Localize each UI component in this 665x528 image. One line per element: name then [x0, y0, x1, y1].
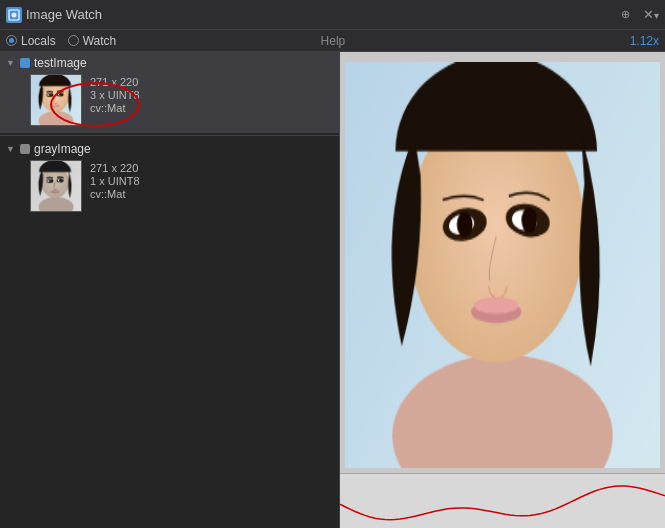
- app-icon: [6, 7, 22, 23]
- watch-radio[interactable]: Watch: [68, 34, 117, 48]
- item-content: 271 x 220 1 x UINT8 cv::Mat: [6, 160, 333, 215]
- title-bar: Image Watch ⊕ ✕ ▾: [0, 0, 665, 30]
- thumbnail-wrapper: [30, 74, 82, 129]
- view-mode-group: Locals Watch: [6, 34, 116, 48]
- app-title: Image Watch: [26, 7, 621, 22]
- thumbnail-wrapper: [30, 160, 82, 215]
- pin-button[interactable]: ⊕: [621, 8, 630, 21]
- channels-text: 1 x UINT8: [90, 175, 140, 187]
- left-panel: ▼ testImage 271 x 220 3 x UINT8 cv::Mat: [0, 52, 340, 528]
- item-header: ▼ testImage: [6, 56, 333, 70]
- locals-label: Locals: [21, 34, 56, 48]
- list-item[interactable]: ▼ testImage 271 x 220 3 x UINT8 cv::Mat: [0, 52, 339, 133]
- type-text: cv::Mat: [90, 102, 140, 114]
- locals-radio[interactable]: Locals: [6, 34, 56, 48]
- right-panel: [340, 52, 665, 528]
- dropdown-button[interactable]: ▾: [654, 9, 659, 20]
- main-image-canvas: [345, 62, 660, 468]
- expand-icon: ▼: [6, 144, 16, 154]
- color-indicator: [20, 144, 30, 154]
- item-content: 271 x 220 3 x UINT8 cv::Mat: [6, 74, 333, 129]
- watch-radio-circle: [68, 35, 79, 46]
- item-name: grayImage: [34, 142, 91, 156]
- bottom-graph: [340, 473, 665, 528]
- locals-radio-circle: [6, 35, 17, 46]
- channels-text: 3 x UINT8: [90, 89, 140, 101]
- svg-point-1: [12, 12, 17, 17]
- item-name: testImage: [34, 56, 87, 70]
- main-layout: ▼ testImage 271 x 220 3 x UINT8 cv::Mat: [0, 52, 665, 528]
- watch-label: Watch: [83, 34, 117, 48]
- dimensions-text: 271 x 220: [90, 162, 140, 174]
- list-item[interactable]: ▼ grayImage 271 x 220 1 x UINT8 cv::Mat: [0, 138, 339, 219]
- help-link[interactable]: Help: [321, 34, 346, 48]
- item-meta: 271 x 220 1 x UINT8 cv::Mat: [90, 160, 140, 200]
- image-display: [345, 62, 660, 468]
- toolbar: Locals Watch Help 1.12x: [0, 30, 665, 52]
- dimensions-text: 271 x 220: [90, 76, 140, 88]
- expand-icon: ▼: [6, 58, 16, 68]
- type-text: cv::Mat: [90, 188, 140, 200]
- item-meta: 271 x 220 3 x UINT8 cv::Mat: [90, 74, 140, 114]
- divider: [0, 135, 339, 136]
- zoom-level: 1.12x: [630, 34, 659, 48]
- thumbnail: [30, 74, 82, 126]
- item-header: ▼ grayImage: [6, 142, 333, 156]
- color-indicator: [20, 58, 30, 68]
- graph-svg: [340, 474, 665, 528]
- thumbnail: [30, 160, 82, 212]
